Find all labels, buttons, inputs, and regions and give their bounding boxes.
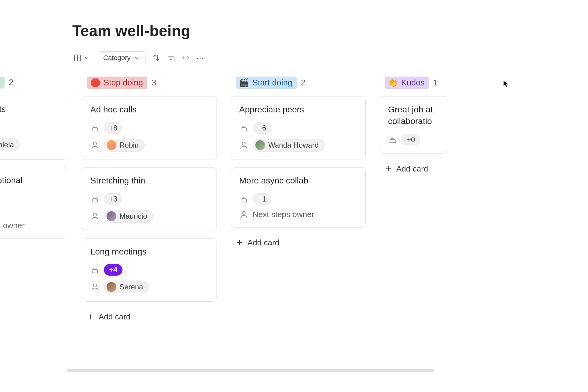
board: o doing 2 e events . Daniela <box>0 77 588 325</box>
card[interactable]: Stretching thin +3 Mauricio <box>82 167 217 231</box>
vote-count-pill[interactable]: +0 <box>401 134 420 145</box>
plus-icon <box>87 313 94 321</box>
vote-count-pill[interactable]: +6 <box>253 122 271 134</box>
card[interactable]: e events . Daniela <box>0 96 68 160</box>
ellipsis-icon: ··· <box>196 54 204 62</box>
chevron-down-icon <box>134 55 140 61</box>
add-card-button[interactable]: Add card <box>82 309 135 325</box>
view-switch-button[interactable] <box>72 51 91 64</box>
board-view-icon <box>74 54 81 62</box>
person-icon <box>90 141 100 150</box>
assignee-pill[interactable]: Robin <box>104 139 145 152</box>
column-count: 3 <box>152 78 156 88</box>
group-by-dropdown[interactable]: Category <box>98 51 145 64</box>
autofit-button[interactable] <box>182 51 190 64</box>
cake-icon <box>90 194 100 204</box>
chevron-down-icon <box>83 55 90 61</box>
column-count: 2 <box>301 78 306 88</box>
column-count: 1 <box>433 78 438 88</box>
card-title: Appreciate peers <box>239 104 357 115</box>
avatar <box>107 211 116 221</box>
column-header[interactable]: 👏 Kudos 1 <box>380 77 447 89</box>
assignee-pill[interactable]: Serena <box>104 281 149 293</box>
card[interactable]: Great job at collaboratio +0 <box>380 96 447 154</box>
avatar <box>255 140 265 150</box>
column-header[interactable]: 🎬 Start doing 2 <box>231 77 366 89</box>
card-title: on emotional ing <box>0 175 60 198</box>
vote-count-pill[interactable]: +4 <box>104 264 123 276</box>
column-emoji-icon: 🛑 <box>90 78 100 88</box>
column-stop-doing: 🛑 Stop doing 3 Ad hoc calls +8 <box>82 77 217 325</box>
person-icon <box>239 141 248 150</box>
assignee-name: Wanda Howard <box>268 141 319 149</box>
add-card-button[interactable]: Add card <box>380 161 433 177</box>
vote-count-pill[interactable]: +3 <box>104 193 123 205</box>
plus-icon <box>236 239 243 246</box>
avatar <box>107 282 116 292</box>
add-card-button[interactable]: Add card <box>231 235 284 251</box>
board-viewport: o doing 2 e events . Daniela <box>0 77 588 337</box>
plus-icon <box>385 165 392 172</box>
more-options-button[interactable]: ··· <box>196 51 204 64</box>
column-label: 🎬 Start doing <box>236 77 297 89</box>
cake-icon <box>239 194 248 204</box>
svg-point-15 <box>242 211 245 214</box>
assignee-name: Daniela <box>0 141 14 149</box>
cake-icon <box>90 265 100 274</box>
assignee-name: Serena <box>119 283 143 291</box>
filter-button[interactable] <box>167 51 175 64</box>
card-title: Stretching thin <box>90 175 209 187</box>
card-title: More async collab <box>239 175 357 187</box>
cake-icon <box>90 123 100 133</box>
column-emoji-icon: 🎬 <box>239 78 249 88</box>
svg-point-9 <box>93 142 96 145</box>
assignee-placeholder: Next steps owner <box>253 210 314 219</box>
card[interactable]: More async collab +1 Next steps owner <box>231 167 366 228</box>
person-icon <box>239 210 248 219</box>
person-icon <box>90 212 100 221</box>
column-label: 👏 Kudos <box>385 77 429 89</box>
assignee-pill[interactable]: Daniela <box>0 138 20 151</box>
column-start-doing: 🎬 Start doing 2 Appreciate peers +6 <box>231 77 366 251</box>
column-count: 2 <box>9 78 13 87</box>
person-icon <box>90 282 100 292</box>
assignee-name: Mauricio <box>119 212 147 221</box>
svg-point-14 <box>242 142 245 145</box>
vote-count-pill[interactable]: +1 <box>253 193 271 205</box>
column-header[interactable]: o doing 2 <box>0 77 68 89</box>
avatar <box>107 140 116 150</box>
column-emoji-icon: 👏 <box>388 78 398 88</box>
column-kudos: 👏 Kudos 1 Great job at collaboratio +0 A… <box>380 77 447 177</box>
card[interactable]: Ad hoc calls +8 Robin <box>82 96 217 160</box>
assignee-pill[interactable]: Wanda Howard <box>253 139 325 152</box>
assignee-pill[interactable]: Mauricio <box>104 210 153 223</box>
svg-point-10 <box>93 213 96 216</box>
card-title: e events <box>0 104 60 115</box>
group-by-label: Category <box>103 54 130 62</box>
column-continue-doing: o doing 2 e events . Daniela <box>0 77 68 262</box>
card[interactable]: Long meetings +4 Serena <box>82 238 217 302</box>
card-title: Ad hoc calls <box>90 104 209 115</box>
horizontal-scrollbar[interactable] <box>67 369 434 372</box>
sort-button[interactable] <box>152 51 160 64</box>
horizontal-arrows-icon <box>182 54 190 62</box>
card[interactable]: Appreciate peers +6 Wanda Howard <box>231 96 366 160</box>
cake-icon <box>239 123 248 133</box>
page-title: Team well-being <box>72 22 588 40</box>
card[interactable]: on emotional ing xt steps owner <box>0 167 68 239</box>
column-label: o doing <box>0 77 5 89</box>
sort-arrows-icon <box>152 54 160 62</box>
card-title: Great job at collaboratio <box>388 104 439 127</box>
cake-icon <box>388 135 397 144</box>
column-header[interactable]: 🛑 Stop doing 3 <box>82 77 217 89</box>
assignee-placeholder: xt steps owner <box>0 221 25 230</box>
column-label: 🛑 Stop doing <box>87 77 147 89</box>
vote-count-pill[interactable]: +8 <box>104 122 123 134</box>
filter-lines-icon <box>167 54 175 62</box>
svg-point-11 <box>93 284 96 287</box>
add-card-button[interactable]: d card <box>0 246 2 262</box>
card-title: Long meetings <box>90 246 209 258</box>
toolbar: Category ··· <box>72 51 588 64</box>
assignee-name: Robin <box>119 141 139 149</box>
